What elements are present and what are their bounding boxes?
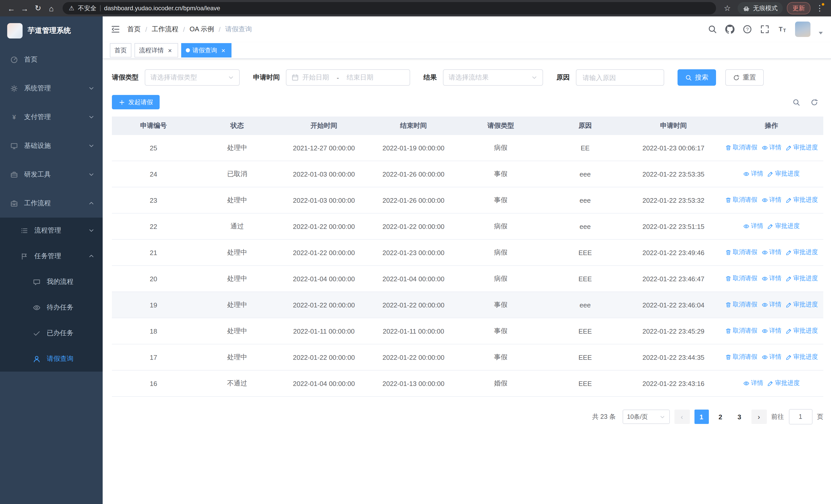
leave-type-select[interactable]: 请选择请假类型 bbox=[145, 69, 240, 86]
forward-icon[interactable]: → bbox=[19, 2, 31, 14]
cell-end-time: 2022-01-19 00:00:00 bbox=[369, 135, 458, 161]
detail-action-link[interactable]: 详情 bbox=[762, 248, 781, 257]
detail-action-link[interactable]: 详情 bbox=[743, 222, 763, 231]
sidebar-item-payment[interactable]: ¥支付管理 bbox=[0, 102, 103, 131]
cancel-action-link[interactable]: 取消请假 bbox=[725, 248, 757, 257]
progress-action-link[interactable]: 审批进度 bbox=[767, 379, 800, 388]
tab-leave-query[interactable]: 请假查询× bbox=[181, 43, 231, 58]
url-bar[interactable]: ⚠ 不安全 dashboard.yudao.iocoder.cn/bpm/oa/… bbox=[63, 2, 716, 14]
page-size-select[interactable]: 10条/页 bbox=[622, 410, 669, 424]
cell-id: 21 bbox=[112, 239, 195, 266]
page-2-button[interactable]: 2 bbox=[713, 410, 727, 424]
app-logo[interactable]: 芋道管理系统 bbox=[0, 17, 103, 45]
edit-icon bbox=[785, 276, 792, 282]
cell-actions: 取消请假详情审批进度 bbox=[720, 266, 823, 292]
reason-input-wrap bbox=[576, 69, 664, 86]
cell-leave-type: 事假 bbox=[458, 292, 543, 318]
cancel-action-link[interactable]: 取消请假 bbox=[725, 274, 757, 283]
browser-menu-icon[interactable]: ⋮ bbox=[813, 2, 826, 14]
sidebar-item-leave-query[interactable]: 请假查询 bbox=[0, 346, 103, 372]
cancel-action-link[interactable]: 取消请假 bbox=[725, 196, 757, 205]
github-icon[interactable] bbox=[725, 25, 735, 34]
breadcrumb-item[interactable]: OA 示例 bbox=[190, 25, 214, 34]
sidebar-item-label: 研发工具 bbox=[24, 170, 51, 179]
cancel-action-link[interactable]: 取消请假 bbox=[725, 300, 757, 309]
progress-action-link[interactable]: 审批进度 bbox=[785, 196, 818, 205]
progress-action-link[interactable]: 审批进度 bbox=[785, 300, 818, 309]
sidebar-item-done-tasks[interactable]: 已办任务 bbox=[0, 320, 103, 346]
sidebar-item-task-management[interactable]: 任务管理 bbox=[0, 243, 103, 269]
progress-action-link[interactable]: 审批进度 bbox=[785, 248, 818, 257]
cell-reason: EEE bbox=[543, 370, 627, 396]
cell-leave-type: 事假 bbox=[458, 187, 543, 213]
cancel-action-link[interactable]: 取消请假 bbox=[725, 353, 757, 362]
sidebar-item-todo-tasks[interactable]: 待办任务 bbox=[0, 295, 103, 320]
goto-page-input[interactable] bbox=[789, 409, 812, 424]
breadcrumb-separator: / bbox=[145, 25, 147, 33]
update-button[interactable]: 更新 bbox=[787, 2, 810, 14]
progress-action-link[interactable]: 审批进度 bbox=[785, 327, 818, 335]
cell-leave-type: 病假 bbox=[458, 239, 543, 266]
search-icon[interactable] bbox=[708, 25, 717, 34]
leave-type-label: 请假类型 bbox=[112, 73, 139, 82]
table-search-icon[interactable] bbox=[793, 98, 800, 106]
trash-icon bbox=[725, 302, 731, 308]
page-3-button[interactable]: 3 bbox=[732, 410, 747, 424]
avatar-caret-icon[interactable] bbox=[819, 32, 823, 34]
table-refresh-icon[interactable] bbox=[810, 98, 818, 106]
collapse-sidebar-icon[interactable] bbox=[111, 25, 120, 34]
progress-action-link[interactable]: 审批进度 bbox=[767, 170, 800, 178]
font-size-icon[interactable]: TT bbox=[778, 25, 787, 34]
cell-status: 处理中 bbox=[195, 318, 279, 344]
sidebar-item-workflow[interactable]: 工作流程 bbox=[0, 189, 103, 217]
sidebar-item-infra[interactable]: 基础设施 bbox=[0, 131, 103, 160]
breadcrumb-item[interactable]: 首页 bbox=[127, 25, 141, 34]
reason-input[interactable] bbox=[581, 73, 659, 82]
detail-action-link[interactable]: 详情 bbox=[762, 274, 781, 283]
detail-action-link[interactable]: 详情 bbox=[762, 300, 781, 309]
sidebar-item-process-management[interactable]: 流程管理 bbox=[0, 217, 103, 243]
next-page-button[interactable]: › bbox=[751, 410, 767, 424]
reload-icon[interactable]: ↻ bbox=[32, 2, 44, 14]
close-icon[interactable]: × bbox=[166, 47, 173, 54]
progress-action-link[interactable]: 审批进度 bbox=[785, 353, 818, 362]
detail-action-link[interactable]: 详情 bbox=[743, 379, 763, 388]
apply-time-range-picker[interactable]: 开始日期 - 结束日期 bbox=[286, 69, 410, 86]
end-date-placeholder: 结束日期 bbox=[347, 73, 373, 82]
prev-page-button[interactable]: ‹ bbox=[674, 410, 690, 424]
sidebar-item-home[interactable]: 首页 bbox=[0, 45, 103, 74]
help-icon[interactable]: ? bbox=[743, 25, 752, 34]
create-leave-button[interactable]: 发起请假 bbox=[112, 95, 160, 109]
detail-action-link[interactable]: 详情 bbox=[762, 353, 781, 362]
back-icon[interactable]: ← bbox=[5, 2, 18, 14]
detail-action-link[interactable]: 详情 bbox=[762, 144, 781, 152]
search-button[interactable]: 搜索 bbox=[678, 69, 716, 86]
progress-action-link[interactable]: 审批进度 bbox=[767, 222, 800, 231]
detail-action-link[interactable]: 详情 bbox=[762, 327, 781, 335]
close-icon[interactable]: × bbox=[220, 47, 227, 54]
reset-button[interactable]: 重置 bbox=[725, 69, 764, 86]
tab-process-detail[interactable]: 流程详情× bbox=[135, 43, 178, 58]
eye-icon bbox=[762, 302, 768, 308]
progress-action-link[interactable]: 审批进度 bbox=[785, 144, 818, 152]
sidebar-item-my-process[interactable]: 我的流程 bbox=[0, 269, 103, 295]
home-icon[interactable]: ⌂ bbox=[45, 2, 57, 14]
progress-action-link[interactable]: 审批进度 bbox=[785, 274, 818, 283]
user-avatar[interactable] bbox=[795, 22, 810, 37]
breadcrumb-item[interactable]: 工作流程 bbox=[152, 25, 178, 34]
cell-start-time: 2021-12-27 00:00:00 bbox=[279, 135, 369, 161]
detail-action-link[interactable]: 详情 bbox=[743, 170, 763, 178]
cell-reason: eee bbox=[543, 292, 627, 318]
sidebar-item-system[interactable]: 系统管理 bbox=[0, 74, 103, 102]
cancel-action-link[interactable]: 取消请假 bbox=[725, 144, 757, 152]
tab-home[interactable]: 首页 bbox=[110, 43, 132, 58]
page-1-button[interactable]: 1 bbox=[694, 410, 709, 424]
result-select[interactable]: 请选择流结果 bbox=[443, 69, 543, 86]
detail-action-link[interactable]: 详情 bbox=[762, 196, 781, 205]
chevron-down-icon bbox=[88, 114, 94, 120]
cancel-action-link[interactable]: 取消请假 bbox=[725, 327, 757, 335]
cell-id: 17 bbox=[112, 344, 195, 370]
sidebar-item-devtools[interactable]: 研发工具 bbox=[0, 160, 103, 189]
fullscreen-icon[interactable] bbox=[760, 25, 769, 34]
bookmark-star-icon[interactable]: ☆ bbox=[721, 2, 734, 14]
